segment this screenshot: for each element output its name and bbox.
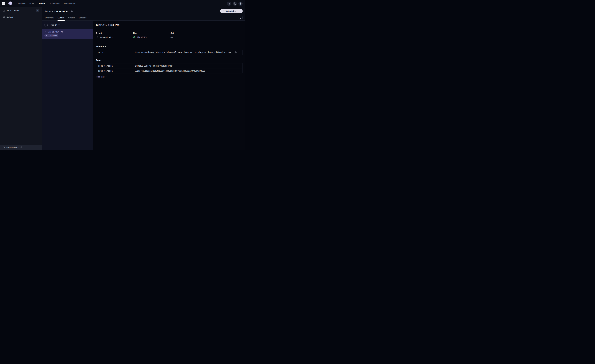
materialize-dropdown-button[interactable] (238, 9, 243, 13)
sidebar-item-group[interactable]: 250321-dvers 1 (0, 7, 42, 14)
event-summary: Event Materialization R (96, 32, 242, 38)
gear-icon: ⚙ (239, 2, 242, 5)
chevron-up-icon (106, 76, 107, 77)
asset-sidebar: 250321-dvers 1 default 2503 (0, 7, 42, 150)
tab-lineage[interactable]: Lineage (79, 15, 87, 21)
run-target-icon (45, 35, 47, 36)
tab-overview[interactable]: Overview (45, 15, 54, 21)
event-column-label: Event (96, 32, 133, 34)
event-detail-panel: Mar 21, 4:54 PM Event Materi (93, 21, 245, 150)
top-nav: Overview Runs Assets Automation Deployme… (0, 0, 245, 7)
job-value: — (170, 36, 173, 38)
help-icon (234, 2, 236, 5)
group-count-badge: 1 (36, 9, 39, 12)
type-filter-label: Type (2) (50, 24, 57, 26)
footer-location-label: 250321-dvers (6, 146, 19, 148)
search-icon (228, 2, 230, 5)
type-filter-button[interactable]: Type (2) (44, 23, 62, 27)
table-row: path /Users/smackesey/stm/code/elementl/… (96, 50, 242, 55)
tag-key: code_version (96, 63, 133, 68)
breadcrumb: Assets › a_number (45, 10, 73, 13)
folder-icon (2, 146, 5, 148)
dagster-logo-icon (8, 1, 13, 6)
nav-assets[interactable]: Assets (38, 2, 45, 5)
asset-tabs: Overview Events Checks Lineage (42, 15, 245, 21)
copy-asset-name-icon[interactable] (71, 10, 73, 12)
primary-nav: Overview Runs Assets Automation Deployme… (17, 2, 75, 5)
filter-row: Type (2) (42, 21, 93, 29)
copy-path-icon[interactable] (235, 51, 237, 53)
sidebar-item-default[interactable]: default (0, 14, 42, 20)
run-link[interactable]: 2fd32b85 (137, 36, 147, 38)
nav-automation[interactable]: Automation (50, 2, 60, 5)
tags-table: code_version 2fd32b85-59be-4d7d-8d6e-943… (96, 63, 242, 73)
run-id-badge[interactable]: 2fd32b85 (44, 34, 58, 37)
tag-value: 5816d76e51c13dac22e3fa182a654aa2d526fb50… (135, 70, 205, 72)
metadata-key: path (96, 50, 133, 55)
breadcrumb-assets-link[interactable]: Assets (45, 10, 53, 13)
menu-icon[interactable] (2, 2, 6, 6)
metadata-heading: Metadata (96, 45, 242, 48)
refresh-icon (240, 17, 242, 19)
nav-icon-group: ⚙ (227, 1, 243, 6)
table-gutter (239, 50, 242, 55)
chevron-down-icon (58, 24, 60, 26)
tags-heading: Tags (96, 59, 242, 61)
refresh-button[interactable] (239, 16, 243, 20)
filter-funnel-icon (46, 24, 49, 26)
group-name: 250321-dvers (7, 9, 20, 12)
breadcrumb-separator: › (54, 10, 55, 13)
page-title: a_number (57, 10, 69, 13)
table-row: code_version 2fd32b85-59be-4d7d-8d6e-943… (96, 63, 242, 68)
tag-value: 2fd32b85-59be-4d7d-8d6e-943b6b3d73cf (135, 65, 172, 67)
search-button[interactable] (227, 1, 231, 6)
run-column-label: Run (133, 32, 170, 34)
folder-icon (2, 9, 5, 12)
sidebar-footer[interactable]: 250321-dvers (0, 145, 42, 150)
run-success-icon (133, 36, 135, 38)
app-screen: Overview Runs Assets Automation Deployme… (0, 0, 245, 150)
tab-checks[interactable]: Checks (68, 15, 75, 21)
materialization-sparkle-icon (44, 31, 47, 33)
reload-location-icon[interactable] (20, 146, 22, 148)
job-column-label: Job (170, 32, 242, 34)
chevron-down-icon (240, 11, 241, 12)
help-button[interactable] (233, 1, 237, 6)
sparkle-icon (222, 10, 225, 12)
materialize-split-button: Materialize (220, 9, 243, 13)
tag-key: data_version (96, 68, 133, 73)
metadata-path-link[interactable]: /Users/smackesey/stm/code/elementl/exper… (135, 51, 233, 53)
materialize-label: Materialize (226, 10, 236, 12)
asset-header: Assets › a_number (42, 7, 245, 15)
nav-deployment[interactable]: Deployment (64, 2, 75, 5)
events-list-panel: Type (2) M (42, 21, 93, 150)
hide-tags-label: Hide tags (96, 76, 105, 78)
event-timestamp: Mar 21, 4:54 PM (48, 31, 63, 33)
divider (96, 29, 242, 29)
run-id-text: 2fd32b85 (48, 35, 57, 37)
nav-overview[interactable]: Overview (17, 2, 25, 5)
hide-tags-link[interactable]: Hide tags (96, 76, 107, 78)
settings-button[interactable]: ⚙ (238, 1, 243, 6)
nav-runs[interactable]: Runs (29, 2, 34, 5)
sidebar-item-label: default (7, 16, 13, 18)
event-list-item-selected[interactable]: Mar 21, 4:54 PM 2fd32b85 (42, 29, 93, 39)
metadata-table: path /Users/smackesey/stm/code/elementl/… (96, 50, 242, 55)
tab-events[interactable]: Events (57, 15, 64, 21)
materialization-sparkle-icon (96, 36, 98, 38)
materialize-button[interactable]: Materialize (220, 9, 238, 13)
event-detail-heading: Mar 21, 4:54 PM (96, 23, 242, 27)
table-row: data_version 5816d76e51c13dac22e3fa182a6… (96, 68, 242, 73)
event-type-value: Materialization (99, 36, 113, 38)
asset-group-icon (2, 16, 5, 18)
